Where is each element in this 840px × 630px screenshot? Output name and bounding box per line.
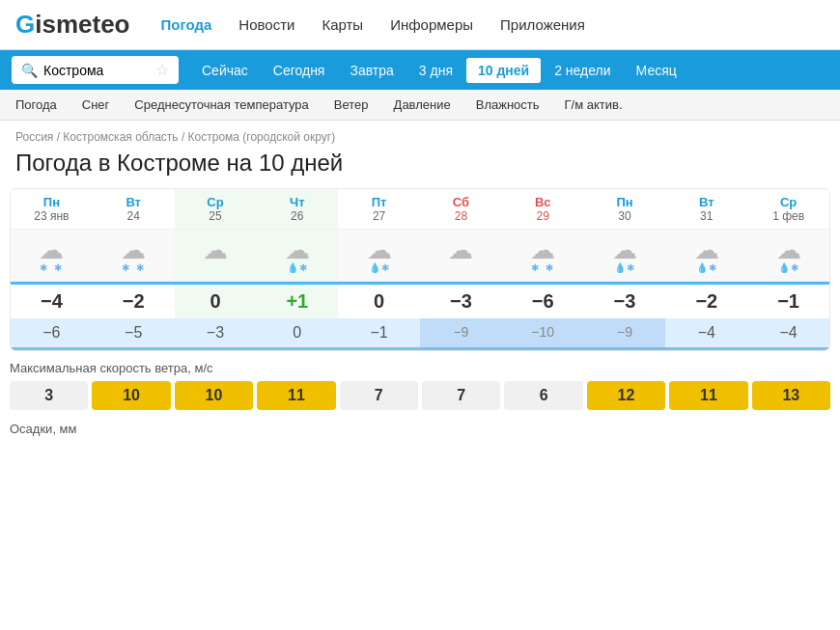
nav-weather[interactable]: Погода bbox=[161, 16, 212, 33]
day-name-3: Чт bbox=[258, 195, 336, 209]
day-date-0: 23 янв bbox=[13, 209, 91, 223]
day-col-0: Пн 23 янв bbox=[11, 189, 93, 229]
icon-cell-0: ☁ ✱ ✱ bbox=[11, 230, 93, 281]
search-icon: 🔍 bbox=[21, 63, 38, 78]
day-name-4: Пт bbox=[340, 195, 418, 209]
star-icon[interactable]: ☆ bbox=[155, 61, 169, 79]
day-col-6: Вс 29 bbox=[502, 189, 584, 229]
day-name-7: Пн bbox=[586, 195, 664, 209]
day-headers-row: Пн 23 янв Вт 24 Ср 25 Чт 26 Пт 27 Сб 28 … bbox=[11, 189, 829, 230]
day-date-9: 1 фев bbox=[749, 209, 827, 223]
day-date-8: 31 bbox=[667, 209, 745, 223]
day-date-1: 24 bbox=[95, 209, 173, 223]
temp-low-3: 0 bbox=[256, 318, 338, 347]
precip-section: Осадки, мм bbox=[0, 414, 840, 440]
rain-icon-4: 💧✱ bbox=[340, 262, 418, 273]
rain-icon-7: 💧✱ bbox=[586, 262, 664, 273]
subnav-pressure[interactable]: Давление bbox=[390, 90, 455, 120]
weather-icon-3: ☁ bbox=[258, 237, 336, 262]
wind-val-2: 10 bbox=[175, 381, 253, 410]
wind-val-1: 10 bbox=[92, 381, 170, 410]
nav-informers[interactable]: Информеры bbox=[390, 16, 473, 33]
day-name-2: Ср bbox=[177, 195, 255, 209]
sub-nav: Погода Снег Среднесуточная температура В… bbox=[0, 90, 840, 121]
search-period-bar: 🔍 ☆ Сейчас Сегодня Завтра 3 дня 10 дней … bbox=[0, 50, 840, 90]
temp-low-6: −10 bbox=[502, 318, 584, 347]
rain-icon-8: 💧✱ bbox=[667, 262, 745, 273]
subnav-gm[interactable]: Г/м актив. bbox=[561, 90, 627, 120]
weather-grid: Пн 23 янв Вт 24 Ср 25 Чт 26 Пт 27 Сб 28 … bbox=[10, 188, 830, 351]
temp-high-8: −2 bbox=[665, 285, 747, 318]
icon-cell-9: ☁ 💧✱ bbox=[747, 230, 829, 281]
wind-val-9: 13 bbox=[752, 381, 830, 410]
wind-val-5: 7 bbox=[422, 381, 500, 410]
subnav-wind[interactable]: Ветер bbox=[330, 90, 373, 120]
icon-cell-5: ☁ · bbox=[420, 230, 502, 281]
snow-icon-1: ✱ ✱ bbox=[95, 262, 173, 273]
rain-icon-9: 💧✱ bbox=[749, 262, 827, 273]
tab-tomorrow[interactable]: Завтра bbox=[338, 58, 405, 83]
temp-high-0: −4 bbox=[11, 285, 93, 318]
weather-icon-4: ☁ bbox=[340, 237, 418, 262]
tab-3days[interactable]: 3 дня bbox=[407, 58, 464, 83]
temp-low-0: −6 bbox=[11, 318, 93, 347]
wind-val-4: 7 bbox=[340, 381, 418, 410]
temp-high-7: −3 bbox=[584, 285, 666, 318]
temp-high-2: 0 bbox=[175, 285, 257, 318]
temp-high-1: −2 bbox=[93, 285, 175, 318]
breadcrumb: Россия / Костромская область / Кострома … bbox=[0, 121, 840, 146]
weather-icon-0: ☁ bbox=[13, 237, 91, 262]
temp-high-9: −1 bbox=[747, 285, 829, 318]
day-name-5: Сб bbox=[422, 195, 500, 209]
tab-month[interactable]: Месяц bbox=[625, 58, 688, 83]
icon-cell-4: ☁ 💧✱ bbox=[338, 230, 420, 281]
day-date-4: 27 bbox=[340, 209, 418, 223]
logo: Gismeteo bbox=[15, 10, 130, 40]
temp-low-8: −4 bbox=[665, 318, 747, 347]
wind-val-8: 11 bbox=[669, 381, 747, 410]
tab-2weeks[interactable]: 2 недели bbox=[543, 58, 622, 83]
day-col-7: Пн 30 bbox=[584, 189, 666, 229]
weather-icon-1: ☁ bbox=[95, 237, 173, 262]
day-date-5: 28 bbox=[422, 209, 500, 223]
day-col-1: Вт 24 bbox=[93, 189, 175, 229]
day-name-8: Вт bbox=[667, 195, 745, 209]
subnav-weather[interactable]: Погода bbox=[12, 90, 61, 120]
tab-today[interactable]: Сегодня bbox=[262, 58, 337, 83]
temp-high-6: −6 bbox=[502, 285, 584, 318]
subnav-humidity[interactable]: Влажность bbox=[472, 90, 544, 120]
subnav-temp[interactable]: Среднесуточная температура bbox=[130, 90, 312, 120]
day-name-9: Ср bbox=[749, 195, 827, 209]
day-col-9: Ср 1 фев bbox=[747, 189, 829, 229]
day-name-0: Пн bbox=[13, 195, 91, 209]
tab-now[interactable]: Сейчас bbox=[190, 58, 260, 83]
day-col-5: Сб 28 bbox=[420, 189, 502, 229]
temp-high-5: −3 bbox=[420, 285, 502, 318]
day-date-7: 30 bbox=[586, 209, 664, 223]
wind-label: Максимальная скорость ветра, м/с bbox=[10, 361, 830, 375]
temp-high-4: 0 bbox=[338, 285, 420, 318]
wind-val-6: 6 bbox=[504, 381, 582, 410]
snow-icon-6: ✱ ✱ bbox=[504, 262, 582, 273]
temp-high-row: −4 −2 0 +1 0 −3 −6 −3 −2 −1 bbox=[11, 282, 829, 318]
day-name-6: Вс bbox=[504, 195, 582, 209]
icon-cell-8: ☁ 💧✱ bbox=[665, 230, 747, 281]
icon-cell-2: ☁ · bbox=[175, 230, 257, 281]
subnav-snow[interactable]: Снег bbox=[78, 90, 114, 120]
search-input[interactable] bbox=[43, 63, 150, 78]
temp-low-4: −1 bbox=[338, 318, 420, 347]
wind-val-7: 12 bbox=[587, 381, 665, 410]
period-tabs: Сейчас Сегодня Завтра 3 дня 10 дней 2 не… bbox=[190, 58, 688, 83]
icons-row: ☁ ✱ ✱ ☁ ✱ ✱ ☁ · ☁ 💧✱ ☁ 💧✱ ☁ · ☁ bbox=[11, 230, 829, 282]
icon-cell-3: ☁ 💧✱ bbox=[256, 230, 338, 281]
temp-low-5: −9 bbox=[420, 318, 502, 347]
page-title: Погода в Костроме на 10 дней bbox=[0, 146, 840, 188]
day-date-3: 26 bbox=[258, 209, 336, 223]
nav-apps[interactable]: Приложения bbox=[500, 16, 585, 33]
nav-maps[interactable]: Карты bbox=[322, 16, 363, 33]
tab-10days[interactable]: 10 дней bbox=[466, 58, 541, 83]
temp-high-3: +1 bbox=[256, 285, 338, 318]
temp-low-row: −6 −5 −3 0 −1 −9 −10 −9 −4 −4 bbox=[11, 318, 829, 350]
icon-cell-7: ☁ 💧✱ bbox=[584, 230, 666, 281]
nav-news[interactable]: Новости bbox=[238, 16, 294, 33]
